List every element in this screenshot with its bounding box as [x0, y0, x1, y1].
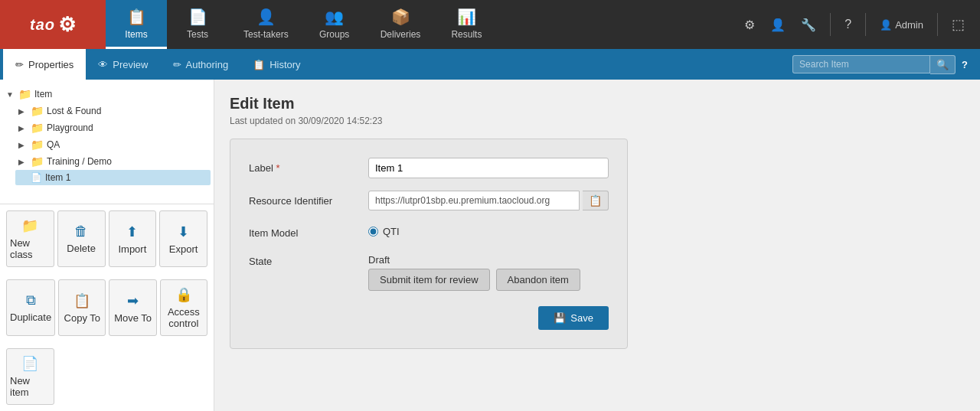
- new-class-button[interactable]: 📁 New class: [6, 210, 54, 267]
- test-takers-icon: 👤: [256, 8, 276, 26]
- resource-id-input[interactable]: [368, 191, 580, 210]
- sidebar: ▼ 📁 Item ▶ 📁 Lost & Found ▶ 📁 Playground…: [0, 80, 214, 411]
- state-value: Draft: [368, 251, 609, 266]
- search-input[interactable]: [792, 55, 930, 73]
- nav-item-deliveries[interactable]: 📦 Deliveries: [365, 0, 436, 49]
- user-menu[interactable]: 👤 Admin: [874, 16, 929, 34]
- resource-id-copy-btn[interactable]: 📋: [583, 191, 609, 210]
- authoring-tab-label: Authoring: [186, 59, 229, 70]
- delete-button[interactable]: 🗑 Delete: [57, 210, 106, 267]
- new-class-label: New class: [10, 237, 51, 260]
- resource-id-label: Resource Identifier: [249, 191, 356, 207]
- label-field-label: Label *: [249, 158, 356, 174]
- tree-item-item1[interactable]: ▶ 📄 Item 1: [15, 170, 211, 185]
- item-model-field: QTI: [368, 223, 609, 237]
- deliveries-label: Deliveries: [381, 29, 421, 40]
- edit-form: Label * Resource Identifier 📋: [230, 139, 628, 349]
- access-control-label: Access control: [164, 306, 204, 329]
- logout-button[interactable]: ⬚: [946, 13, 971, 36]
- sub-nav-help[interactable]: ?: [956, 56, 974, 73]
- brand-logo[interactable]: tao ⚙: [0, 0, 106, 49]
- tree-item-qa[interactable]: ▶ 📁 QA: [15, 136, 211, 153]
- brand-name: tao: [30, 16, 55, 34]
- action-area-3: 📄 New item: [0, 342, 214, 411]
- items-label: Items: [125, 29, 147, 40]
- save-icon: 💾: [554, 312, 566, 324]
- save-button[interactable]: 💾 Save: [538, 306, 609, 330]
- results-icon: 📊: [457, 8, 476, 26]
- preview-tab-icon: 👁: [98, 59, 108, 70]
- users-button[interactable]: 👤: [764, 13, 792, 37]
- tools-button[interactable]: 🔧: [795, 13, 822, 37]
- tab-authoring[interactable]: ✏ Authoring: [161, 49, 241, 80]
- tab-preview[interactable]: 👁 Preview: [86, 49, 160, 80]
- tree-label-playground: Playground: [47, 122, 93, 133]
- tree-children: ▶ 📁 Lost & Found ▶ 📁 Playground ▶ 📁 QA ▶…: [3, 103, 211, 185]
- history-tab-icon: 📋: [253, 59, 265, 70]
- state-field: Draft Submit item for review Abandon ite…: [368, 251, 609, 291]
- new-item-icon: 📄: [21, 355, 38, 372]
- tests-icon: 📄: [188, 8, 207, 26]
- new-class-icon: 📁: [21, 217, 38, 234]
- top-navigation: tao ⚙ 📋 Items 📄 Tests 👤 Test-takers 👥 Gr…: [0, 0, 980, 49]
- abandon-item-button[interactable]: Abandon item: [496, 269, 580, 291]
- nav-item-items[interactable]: 📋 Items: [106, 0, 167, 49]
- workflow-actions: Submit item for review Abandon item: [368, 266, 609, 291]
- tree-arrow-training: ▶: [18, 158, 28, 166]
- settings-button[interactable]: ⚙: [738, 13, 761, 37]
- item-model-row: Item Model QTI: [249, 223, 609, 239]
- sub-navigation: ✏ Properties 👁 Preview ✏ Authoring 📋 His…: [0, 49, 980, 80]
- tree-root-item[interactable]: ▼ 📁 Item: [3, 86, 211, 103]
- tree-folder-training: 📁: [31, 155, 44, 168]
- tree-folder-root: 📁: [18, 88, 31, 100]
- history-tab-label: History: [270, 59, 300, 70]
- properties-tab-icon: ✏: [15, 59, 24, 70]
- tree-arrow-root: ▼: [6, 90, 15, 99]
- label-input[interactable]: [368, 158, 609, 178]
- main-layout: ▼ 📁 Item ▶ 📁 Lost & Found ▶ 📁 Playground…: [0, 80, 980, 411]
- export-button[interactable]: ⬇ Export: [159, 210, 207, 267]
- resource-id-row: Resource Identifier 📋: [249, 191, 609, 210]
- nav-item-test-takers[interactable]: 👤 Test-takers: [228, 0, 304, 49]
- nav-item-groups[interactable]: 👥 Groups: [304, 0, 365, 49]
- search-area: 🔍 ?: [792, 55, 974, 74]
- submit-review-button[interactable]: Submit item for review: [368, 269, 490, 291]
- new-item-button[interactable]: 📄 New item: [6, 348, 54, 405]
- nav-items: 📋 Items 📄 Tests 👤 Test-takers 👥 Groups 📦…: [106, 0, 729, 49]
- export-label: Export: [169, 243, 198, 255]
- tab-properties[interactable]: ✏ Properties: [3, 49, 86, 80]
- nav-item-tests[interactable]: 📄 Tests: [167, 0, 228, 49]
- search-button[interactable]: 🔍: [930, 55, 956, 74]
- qti-label: QTI: [383, 226, 400, 237]
- tree-folder-playground: 📁: [31, 122, 44, 134]
- tree-item-training[interactable]: ▶ 📁 Training / Demo: [15, 153, 211, 170]
- item-model-label: Item Model: [249, 223, 356, 239]
- edit-item-title: Edit Item: [230, 95, 965, 113]
- import-button[interactable]: ⬆ Import: [109, 210, 157, 267]
- tree-item-lost-found[interactable]: ▶ 📁 Lost & Found: [15, 103, 211, 119]
- brand-icon: ⚙: [58, 13, 76, 37]
- move-to-button[interactable]: ➡ Move To: [109, 279, 156, 336]
- tab-history[interactable]: 📋 History: [240, 49, 312, 80]
- help-button[interactable]: ?: [838, 13, 858, 36]
- groups-icon: 👥: [325, 8, 344, 26]
- tree-area: ▼ 📁 Item ▶ 📁 Lost & Found ▶ 📁 Playground…: [0, 80, 214, 204]
- move-to-icon: ➡: [127, 292, 139, 309]
- tree-arrow-playground: ▶: [18, 124, 28, 132]
- save-label: Save: [570, 312, 593, 324]
- tree-item-playground[interactable]: ▶ 📁 Playground: [15, 119, 211, 136]
- groups-label: Groups: [319, 29, 349, 40]
- copy-to-button[interactable]: 📋 Copy To: [58, 279, 106, 336]
- import-icon: ⬆: [126, 223, 138, 240]
- duplicate-button[interactable]: ⧉ Duplicate: [6, 279, 55, 336]
- nav-item-results[interactable]: 📊 Results: [436, 0, 497, 49]
- user-name: Admin: [895, 19, 923, 31]
- items-icon: 📋: [127, 8, 146, 26]
- qti-radio[interactable]: [368, 227, 378, 236]
- action-area-2: ⧉ Duplicate 📋 Copy To ➡ Move To 🔒 Access…: [0, 273, 214, 342]
- nav-right-actions: ⚙ 👤 🔧 ? 👤 Admin ⬚: [729, 0, 980, 49]
- tree-arrow-lost: ▶: [18, 107, 28, 116]
- access-control-button[interactable]: 🔒 Access control: [160, 279, 207, 336]
- resource-field-group: 📋: [368, 191, 609, 210]
- tree-label-root: Item: [34, 89, 52, 99]
